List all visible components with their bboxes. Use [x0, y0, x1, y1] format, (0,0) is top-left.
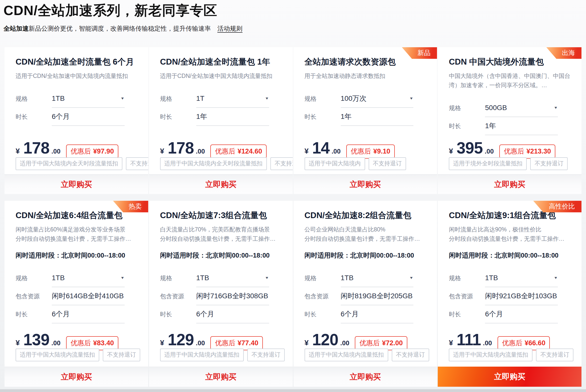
- spec-select[interactable]: 1TB ▼: [341, 269, 414, 287]
- discount-badge: 优惠后¥72.00: [355, 336, 407, 350]
- spec-row-duration: 时长 6个月: [449, 305, 570, 323]
- resources-label: 包含资源: [449, 292, 485, 300]
- spec-list: 规格 1TB ▼ 包含资源 闲时716GB全时308GB 时长 6个月: [160, 269, 282, 323]
- buy-button[interactable]: 立即购买: [438, 174, 581, 194]
- discount-price: ¥72.00: [382, 339, 403, 347]
- chevron-down-icon: ▼: [265, 96, 269, 101]
- product-card-fulltime-6month: CDN/全站加速全时流量包 6个月 适用于CDN/全站加速中国大陆境内流量抵扣 …: [5, 47, 148, 194]
- spec-select[interactable]: 1TB ▼: [485, 269, 558, 287]
- idle-period: 闲时适用时段：北京时间00:00--18:00: [160, 251, 282, 260]
- discount-badge: 优惠后¥124.60: [210, 144, 267, 159]
- duration-value-field: 1年: [485, 117, 558, 135]
- discount-price: ¥83.40: [93, 339, 114, 347]
- usage-tag: 适用于中国大陆境内流量抵扣: [16, 349, 99, 361]
- price-decimal: .00: [483, 339, 492, 347]
- duration-label: 时长: [16, 113, 52, 121]
- resources-value-field: 闲时921GB全时103GB: [485, 287, 558, 305]
- usage-tag: 适用于中国大陆境内流量抵扣: [305, 349, 388, 361]
- duration-label: 时长: [305, 113, 341, 121]
- currency-symbol: ¥: [305, 338, 309, 347]
- spec-select[interactable]: 100万次 ▼: [341, 90, 414, 108]
- subtitle-text: 新品公测价更优，智能调度，改善网络传输稳定性，提升传输速率: [29, 25, 211, 32]
- chevron-down-icon: ▼: [409, 276, 413, 280]
- spec-row-duration: 时长 6个月: [16, 305, 137, 323]
- usage-tag: 适用于中国大陆境内流量抵扣: [449, 349, 532, 361]
- price-decimal: .00: [485, 148, 494, 155]
- currency-symbol: ¥: [160, 147, 164, 155]
- spec-select[interactable]: 1TB ▼: [52, 90, 125, 108]
- buy-button-highlighted[interactable]: 立即购买: [438, 367, 581, 387]
- spec-label: 规格: [449, 104, 485, 112]
- price-decimal: .00: [51, 148, 60, 155]
- spec-select[interactable]: 1TB ▼: [196, 269, 269, 287]
- product-description: 用于全站加速动静态请求数抵扣: [305, 71, 426, 81]
- discount-price: ¥77.40: [237, 339, 258, 347]
- spec-value: 1T: [196, 94, 205, 103]
- usage-tag: 适用于中国大陆境内全天时段流量抵扣: [160, 157, 267, 170]
- usage-tag: 适用于中国大陆境内全天时段流量抵扣: [16, 157, 122, 170]
- price-decimal: .00: [340, 339, 349, 347]
- duration-value-field: 6个月: [341, 305, 414, 323]
- resources-value-field: 闲时716GB全时308GB: [196, 287, 269, 305]
- price-row: ¥ 139 .00 优惠后¥83.40: [16, 330, 137, 350]
- page-header: CDN/全站加速系列，新老同享专区 全站加速新品公测价更优，智能调度，改善网络传…: [0, 0, 586, 33]
- spec-row-size: 规格 1TB ▼: [449, 269, 570, 287]
- activity-rules-link[interactable]: 活动规则: [217, 25, 242, 32]
- duration-value: 1年: [341, 112, 352, 121]
- duration-value: 6个月: [485, 309, 503, 319]
- discount-prefix: 优惠后: [215, 147, 235, 156]
- discount-prefix: 优惠后: [504, 147, 524, 156]
- spec-row-size: 规格 1TB ▼: [305, 269, 426, 287]
- duration-value: 6个月: [341, 309, 359, 319]
- product-card-request-pack: 新品 全站加速请求次数资源包 用于全站加速动静态请求数抵扣 规格 100万次 ▼…: [294, 47, 437, 194]
- spec-row-resources: 包含资源 闲时819GB全时205GB: [305, 287, 426, 305]
- duration-value-field: 1年: [196, 108, 269, 126]
- buy-button[interactable]: 立即购买: [5, 174, 148, 194]
- spec-label: 规格: [160, 274, 196, 282]
- card-row-1: CDN/全站加速全时流量包 6个月 适用于CDN/全站加速中国大陆境内流量抵扣 …: [5, 47, 581, 194]
- spec-list: 规格 100万次 ▼ 时长 1年: [305, 90, 426, 126]
- buy-button[interactable]: 立即购买: [294, 367, 437, 387]
- no-refund-tag: 不支持退订: [103, 349, 140, 361]
- price-row: ¥ 178 .00 优惠后¥97.90: [16, 139, 137, 159]
- currency-symbol: ¥: [16, 338, 20, 347]
- product-description: 适用于CDN/全站加速中国大陆境内流量抵扣: [16, 71, 137, 81]
- tag-row: 适用于中国大陆境内 不支持退订: [305, 157, 437, 170]
- spec-select[interactable]: 500GB ▼: [485, 99, 558, 117]
- duration-label: 时长: [449, 122, 485, 130]
- spec-value: 1TB: [341, 274, 354, 282]
- tag-row: 适用于中国大陆境内流量抵扣 不支持退订: [160, 349, 293, 361]
- no-refund-tag: 不支持退订: [536, 349, 573, 361]
- currency-symbol: ¥: [160, 338, 164, 347]
- chevron-down-icon: ▼: [554, 276, 558, 280]
- usage-tag: 适用于境外全时段流量抵扣: [449, 157, 527, 170]
- buy-button[interactable]: 立即购买: [149, 367, 293, 387]
- duration-value-field: 6个月: [196, 305, 269, 323]
- chevron-down-icon: ▼: [120, 276, 125, 280]
- spec-row-resources: 包含资源 闲时921GB全时103GB: [449, 287, 570, 305]
- price-decimal: .00: [196, 148, 205, 155]
- price-decimal: .00: [331, 148, 340, 155]
- buy-button[interactable]: 立即购买: [294, 174, 437, 194]
- spec-value: 1TB: [52, 94, 65, 103]
- price-decimal: .00: [51, 339, 60, 347]
- spec-row-duration: 时长 1年: [160, 108, 282, 126]
- discount-price: ¥124.60: [237, 148, 262, 155]
- product-card-combo-82: CDN/全站加速8:2组合流量包 公司企业网站白天流量占比80% 分时段自动切换…: [294, 201, 437, 387]
- tag-row: 适用于中国大陆境内全天时段流量抵扣 不支持退订: [160, 157, 293, 170]
- no-refund-tag: 不支持退订: [247, 349, 285, 361]
- resources-label: 包含资源: [305, 292, 341, 300]
- resources-value-field: 闲时614GB全时410GB: [52, 287, 125, 305]
- spec-row-duration: 时长 1年: [449, 117, 570, 135]
- buy-button[interactable]: 立即购买: [149, 174, 293, 194]
- spec-select[interactable]: 1TB ▼: [52, 269, 125, 287]
- duration-value-field: 6个月: [52, 305, 125, 323]
- spec-select[interactable]: 1T ▼: [196, 90, 269, 108]
- buy-button[interactable]: 立即购买: [5, 367, 148, 387]
- usage-tag: 适用于中国大陆境内: [305, 157, 365, 170]
- discount-badge: 优惠后¥213.30: [499, 144, 556, 159]
- duration-value-field: 6个月: [52, 108, 125, 126]
- resources-value: 闲时614GB全时410GB: [52, 291, 124, 301]
- resources-label: 包含资源: [160, 292, 196, 300]
- horizontal-scrollbar[interactable]: [0, 389, 586, 392]
